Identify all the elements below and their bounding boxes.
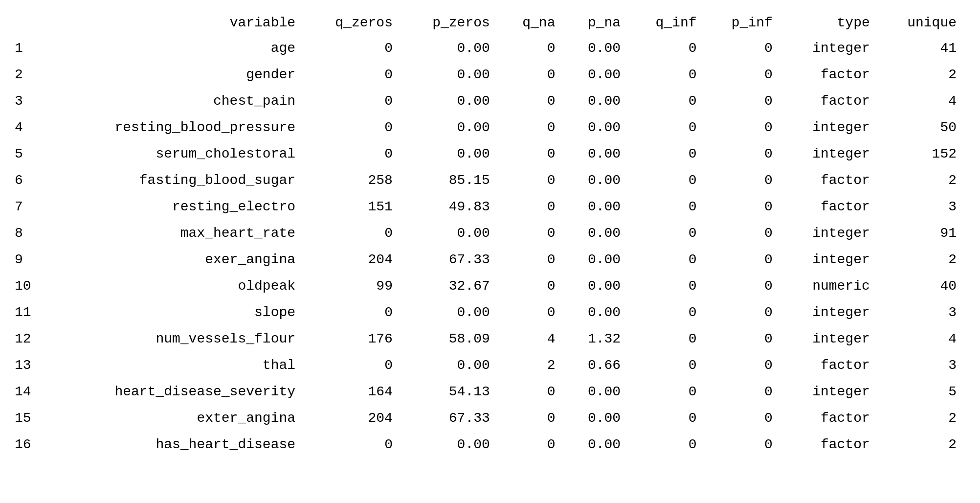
cell-variable: has_heart_disease <box>47 432 304 458</box>
cell-value: 0 <box>629 326 705 352</box>
cell-value: 4 <box>879 326 965 352</box>
cell-value: 0 <box>705 379 781 405</box>
table-row: 14heart_disease_severity16454.1300.0000i… <box>15 379 965 405</box>
cell-value: 0 <box>304 35 401 62</box>
table-row: 6fasting_blood_sugar25885.1500.0000facto… <box>15 167 965 194</box>
table-row: 13thal00.0020.6600factor3 <box>15 352 965 379</box>
cell-value: factor <box>781 432 879 458</box>
cell-value: 2 <box>499 352 564 379</box>
cell-value: 0 <box>629 405 705 432</box>
cell-value: 0 <box>705 167 781 194</box>
cell-value: factor <box>781 194 879 220</box>
cell-value: 0 <box>705 114 781 141</box>
cell-value: 0 <box>499 141 564 167</box>
cell-value: 67.33 <box>401 405 499 432</box>
cell-value: integer <box>781 326 879 352</box>
col-header-p_zeros: p_zeros <box>401 10 499 35</box>
cell-value: 0.00 <box>401 352 499 379</box>
cell-variable: exter_angina <box>47 405 304 432</box>
cell-value: 0.00 <box>401 114 499 141</box>
cell-rownum: 6 <box>15 167 47 194</box>
cell-rownum: 16 <box>15 432 47 458</box>
table-row: 12num_vessels_flour17658.0941.3200intege… <box>15 326 965 352</box>
cell-value: 0 <box>629 299 705 326</box>
cell-value: 99 <box>304 273 401 299</box>
cell-value: 50 <box>879 114 965 141</box>
cell-rownum: 9 <box>15 247 47 273</box>
col-header-p_na: p_na <box>564 10 629 35</box>
data-summary-table: variable q_zeros p_zeros q_na p_na q_inf… <box>15 10 965 458</box>
cell-variable: gender <box>47 62 304 88</box>
cell-value: 0 <box>304 88 401 114</box>
cell-value: 152 <box>879 141 965 167</box>
cell-value: 0 <box>304 299 401 326</box>
cell-value: 0 <box>629 167 705 194</box>
cell-value: 0 <box>629 194 705 220</box>
cell-value: 0.00 <box>564 405 629 432</box>
cell-value: 54.13 <box>401 379 499 405</box>
cell-value: 3 <box>879 299 965 326</box>
cell-value: 85.15 <box>401 167 499 194</box>
col-header-q_na: q_na <box>499 10 564 35</box>
cell-value: 0.00 <box>564 299 629 326</box>
cell-value: 67.33 <box>401 247 499 273</box>
cell-value: integer <box>781 379 879 405</box>
cell-value: factor <box>781 88 879 114</box>
cell-value: 0 <box>499 379 564 405</box>
cell-value: 0.00 <box>401 88 499 114</box>
cell-rownum: 8 <box>15 220 47 247</box>
cell-variable: num_vessels_flour <box>47 326 304 352</box>
cell-variable: oldpeak <box>47 273 304 299</box>
cell-value: numeric <box>781 273 879 299</box>
cell-rownum: 3 <box>15 88 47 114</box>
cell-value: 0 <box>629 352 705 379</box>
cell-rownum: 5 <box>15 141 47 167</box>
cell-value: 0 <box>499 114 564 141</box>
cell-value: 0.00 <box>564 62 629 88</box>
cell-value: 0.00 <box>401 432 499 458</box>
cell-value: 0.00 <box>401 299 499 326</box>
cell-value: 0 <box>705 273 781 299</box>
table-body: 1age00.0000.0000integer412gender00.0000.… <box>15 35 965 458</box>
cell-value: integer <box>781 247 879 273</box>
cell-value: 0 <box>705 35 781 62</box>
cell-value: 0.00 <box>564 220 629 247</box>
cell-value: 0 <box>629 432 705 458</box>
cell-value: 58.09 <box>401 326 499 352</box>
cell-value: 40 <box>879 273 965 299</box>
cell-value: 0 <box>629 114 705 141</box>
cell-value: 0 <box>629 141 705 167</box>
col-header-variable: variable <box>47 10 304 35</box>
cell-value: integer <box>781 35 879 62</box>
cell-value: 1.32 <box>564 326 629 352</box>
cell-value: 3 <box>879 194 965 220</box>
cell-value: 0 <box>629 273 705 299</box>
cell-rownum: 12 <box>15 326 47 352</box>
cell-variable: thal <box>47 352 304 379</box>
cell-value: 0 <box>705 326 781 352</box>
cell-value: 204 <box>304 247 401 273</box>
cell-value: 0.00 <box>564 141 629 167</box>
cell-value: 0 <box>499 194 564 220</box>
cell-value: 176 <box>304 326 401 352</box>
cell-value: factor <box>781 167 879 194</box>
cell-value: 0 <box>304 352 401 379</box>
cell-value: 0 <box>499 432 564 458</box>
col-header-q_zeros: q_zeros <box>304 10 401 35</box>
cell-value: 0 <box>705 352 781 379</box>
cell-value: integer <box>781 220 879 247</box>
col-header-p_inf: p_inf <box>705 10 781 35</box>
cell-value: 0 <box>304 114 401 141</box>
cell-value: 0 <box>705 299 781 326</box>
cell-value: 0 <box>629 379 705 405</box>
cell-value: 258 <box>304 167 401 194</box>
cell-rownum: 7 <box>15 194 47 220</box>
cell-value: 204 <box>304 405 401 432</box>
cell-rownum: 10 <box>15 273 47 299</box>
cell-value: 0 <box>304 432 401 458</box>
cell-value: 0 <box>705 247 781 273</box>
table-row: 9exer_angina20467.3300.0000integer2 <box>15 247 965 273</box>
cell-value: 0 <box>705 405 781 432</box>
cell-value: 0.66 <box>564 352 629 379</box>
cell-value: 0.00 <box>564 35 629 62</box>
